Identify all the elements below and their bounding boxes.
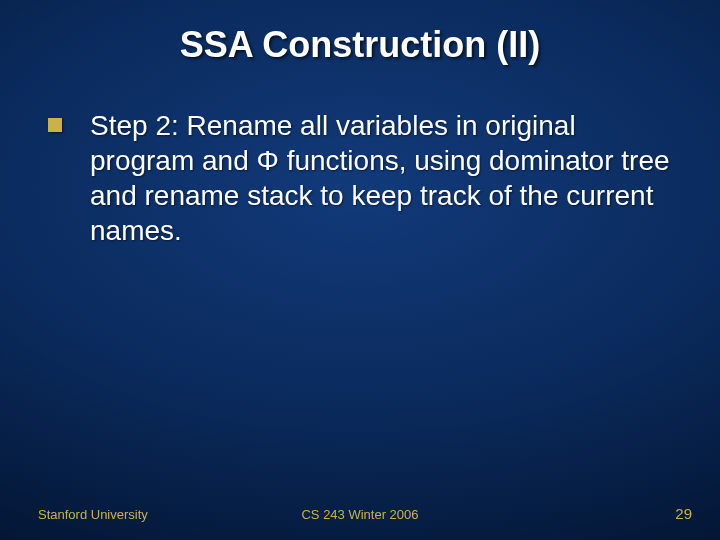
footer: Stanford University CS 243 Winter 2006 2…	[0, 505, 720, 522]
bullet-text: Step 2: Rename all variables in original…	[90, 108, 680, 248]
slide-number: 29	[675, 505, 692, 522]
footer-left: Stanford University	[38, 507, 148, 522]
footer-center: CS 243 Winter 2006	[301, 507, 418, 522]
content-area: Step 2: Rename all variables in original…	[0, 108, 720, 248]
slide-title: SSA Construction (II)	[0, 0, 720, 66]
bullet-icon	[48, 118, 62, 132]
